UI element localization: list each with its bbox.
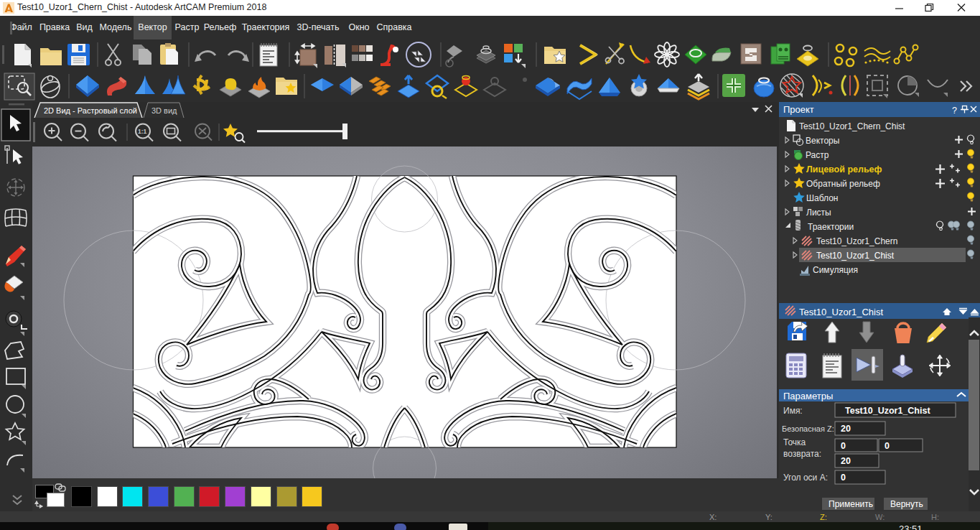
svg-text:Применить: Применить bbox=[829, 499, 873, 509]
svg-text:Имя:: Имя: bbox=[783, 406, 803, 416]
svg-text:Безопасная Z:: Безопасная Z: bbox=[782, 424, 834, 433]
svg-text:Обратный рельеф: Обратный рельеф bbox=[806, 179, 880, 189]
svg-text:возврата:: возврата: bbox=[783, 449, 821, 459]
svg-text:Вернуть: Вернуть bbox=[890, 499, 923, 509]
svg-text:Test10_Uzor1_Chist: Test10_Uzor1_Chist bbox=[816, 251, 895, 261]
svg-text:Точка: Точка bbox=[783, 437, 806, 447]
svg-text:Параметры: Параметры bbox=[783, 391, 833, 401]
svg-text:Траектории: Траектории bbox=[808, 222, 854, 232]
svg-text:Симуляция: Симуляция bbox=[813, 265, 858, 275]
svg-text:20: 20 bbox=[841, 424, 851, 434]
svg-text:?: ? bbox=[952, 106, 957, 116]
svg-text:Лицевой рельеф: Лицевой рельеф bbox=[806, 164, 882, 175]
svg-text:Проект: Проект bbox=[783, 104, 814, 115]
svg-text:Шаблон: Шаблон bbox=[806, 193, 838, 203]
svg-text:1:1: 1:1 bbox=[138, 128, 147, 135]
svg-text:Test10_Uzor1_Chern: Test10_Uzor1_Chern bbox=[816, 236, 897, 246]
svg-text:3D вид: 3D вид bbox=[151, 106, 177, 115]
svg-text:20: 20 bbox=[841, 456, 851, 466]
svg-text:Test10_Uzor1_Chist: Test10_Uzor1_Chist bbox=[799, 307, 883, 317]
svg-text:2D Вид - Растровый слой: 2D Вид - Растровый слой bbox=[44, 106, 137, 115]
svg-text:Test10_Uzor1_Chern_Chist: Test10_Uzor1_Chern_Chist bbox=[799, 121, 905, 131]
svg-text:Векторы: Векторы bbox=[806, 136, 839, 146]
svg-text:0: 0 bbox=[885, 441, 890, 451]
svg-text:Листы: Листы bbox=[806, 208, 831, 218]
svg-text:Растр: Растр bbox=[806, 150, 829, 160]
svg-text:Угол оси А:: Угол оси А: bbox=[783, 473, 828, 483]
svg-text:0: 0 bbox=[841, 441, 846, 451]
svg-text:Test10_Uzor1_Chist: Test10_Uzor1_Chist bbox=[845, 406, 930, 416]
svg-text:0: 0 bbox=[841, 473, 846, 483]
